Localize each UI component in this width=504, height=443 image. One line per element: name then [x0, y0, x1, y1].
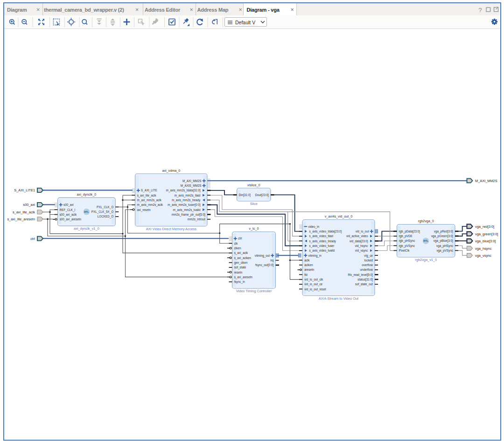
- svg-text:aresetn: aresetn: [304, 268, 315, 271]
- svg-text:M_AXI_MM2S: M_AXI_MM2S: [475, 179, 497, 183]
- svg-text:mm2s_introut: mm2s_introut: [188, 218, 205, 221]
- svg-text:s_axi_aresetn: s_axi_aresetn: [234, 275, 253, 279]
- svg-text:video_in: video_in: [308, 225, 320, 229]
- svg-text:mm2s_frame_ptr_out[5:0]: mm2s_frame_ptr_out[5:0]: [172, 213, 205, 217]
- svg-text:clk: clk: [234, 242, 238, 245]
- svg-text:m_axis_mm2s_tuser[0:0]: m_axis_mm2s_tuser[0:0]: [168, 203, 201, 207]
- svg-text:m_axis_mm2s_tvalid: m_axis_mm2s_tvalid: [173, 208, 201, 212]
- svg-text:sof_state: sof_state: [234, 266, 246, 269]
- svg-text:rgb_pVSync: rgb_pVSync: [399, 244, 415, 248]
- svg-text:m_axis_mm2s_tlast: m_axis_mm2s_tlast: [175, 194, 201, 197]
- svg-text:vga_pBlue[3:0]: vga_pBlue[3:0]: [434, 239, 453, 243]
- svg-text:gen_clken: gen_clken: [234, 261, 248, 265]
- svg-text:Video Timing Controller: Video Timing Controller: [236, 289, 272, 293]
- svg-text:vga_blue[3:0]: vga_blue[3:0]: [475, 239, 496, 243]
- svg-text:s00_axi_aclk: s00_axi_aclk: [60, 213, 77, 217]
- svg-text:vga_green[3:0]: vga_green[3:0]: [475, 232, 498, 236]
- svg-text:s00_axi_aresetn: s00_axi_aresetn: [60, 218, 82, 221]
- svg-text:vga_pGreen[3:0]: vga_pGreen[3:0]: [431, 234, 453, 238]
- svg-text:axi_dynclk_0: axi_dynclk_0: [77, 192, 97, 197]
- svg-text:rgb_pHSync: rgb_pHSync: [399, 239, 415, 243]
- svg-text:ctrl: ctrl: [238, 237, 242, 240]
- svg-text:?: ?: [478, 7, 482, 14]
- svg-text:vid_vsync: vid_vsync: [355, 249, 368, 253]
- svg-text:s_axis_video_tlast: s_axis_video_tlast: [309, 234, 334, 238]
- svg-text:vid_io_out_ce: vid_io_out_ce: [304, 282, 322, 286]
- svg-text:s_axis_video_tuser: s_axis_video_tuser: [309, 244, 335, 248]
- svg-text:vtiming_out: vtiming_out: [255, 254, 270, 258]
- svg-text:rgb2vga_0: rgb2vga_0: [418, 219, 434, 223]
- svg-text:LOCKED_O: LOCKED_O: [98, 215, 113, 218]
- svg-text:clken: clken: [234, 246, 241, 250]
- svg-text:vtg_ce: vtg_ce: [364, 254, 373, 258]
- svg-text:s_axis_video_tdata[23:0]: s_axis_video_tdata[23:0]: [309, 230, 342, 233]
- svg-text:s_axi_lite_aclk: s_axi_lite_aclk: [137, 194, 157, 197]
- svg-text:M_AXIS_MM2S: M_AXIS_MM2S: [181, 184, 202, 188]
- svg-text:vid_hsync: vid_hsync: [355, 244, 368, 248]
- svg-text:s00_axi: s00_axi: [23, 203, 35, 207]
- svg-text:status[31:0]: status[31:0]: [357, 278, 373, 281]
- svg-text:s_axis_video_tvalid: s_axis_video_tvalid: [309, 249, 335, 253]
- svg-text:vid_io_out_clk: vid_io_out_clk: [304, 278, 323, 281]
- svg-text:aclken: aclken: [304, 263, 313, 267]
- svg-text:vga_pHSync: vga_pHSync: [436, 244, 453, 248]
- svg-text:fifo_read_level[5:0]: fifo_read_level[5:0]: [348, 273, 373, 277]
- svg-text:m_axis_mm2s_tready: m_axis_mm2s_tready: [172, 198, 201, 202]
- svg-text:axi_vdma_0: axi_vdma_0: [162, 169, 180, 173]
- svg-text:AXI4-Stream to Video Out: AXI4-Stream to Video Out: [319, 296, 358, 301]
- svg-text:S_AXI_LITE1: S_AXI_LITE1: [14, 188, 35, 192]
- svg-text:resetn: resetn: [234, 271, 243, 274]
- svg-text:PXL_CLK_O: PXL_CLK_O: [97, 205, 113, 209]
- svg-text:locked: locked: [364, 259, 373, 262]
- svg-text:fsync_in: fsync_in: [234, 280, 245, 284]
- svg-text:rgb_pData[23:0]: rgb_pData[23:0]: [399, 230, 420, 233]
- svg-text:s_axi_aclken: s_axi_aclken: [234, 256, 252, 260]
- svg-text:rgb_pVDE: rgb_pVDE: [399, 234, 413, 238]
- svg-text:vid_data[23:0]: vid_data[23:0]: [350, 239, 368, 243]
- svg-text:vga_hsync: vga_hsync: [475, 246, 492, 251]
- svg-text:axi_resetn: axi_resetn: [137, 208, 151, 212]
- svg-text:vid_io_out_reset: vid_io_out_reset: [304, 288, 326, 291]
- svg-text:REF_CLK_I: REF_CLK_I: [60, 208, 76, 212]
- svg-text:m_axis_mm2s_aclk: m_axis_mm2s_aclk: [137, 203, 163, 207]
- svg-text:s_axi_lite_aresetn: s_axi_lite_aresetn: [7, 217, 35, 221]
- svg-text:s00_axi: s00_axi: [63, 203, 74, 207]
- svg-text:m_axi_mm2s_aclk: m_axi_mm2s_aclk: [137, 198, 162, 202]
- svg-text:PixelClk: PixelClk: [399, 249, 410, 252]
- svg-text:xlslice_0: xlslice_0: [247, 183, 260, 187]
- svg-text:Slice: Slice: [250, 202, 258, 206]
- svg-text:aclk: aclk: [304, 259, 310, 262]
- svg-text:underflow: underflow: [360, 268, 373, 271]
- svg-text:vid_io_out: vid_io_out: [356, 230, 369, 233]
- svg-text:PXL_CLK_5X_O: PXL_CLK_5X_O: [91, 210, 113, 214]
- svg-text:axi_dynclk_v1_0: axi_dynclk_v1_0: [74, 226, 99, 231]
- svg-text:vga_pVSync: vga_pVSync: [436, 249, 453, 253]
- svg-text:s_axi_lite_aclk: s_axi_lite_aclk: [13, 210, 35, 214]
- svg-text:Din[31:0]: Din[31:0]: [239, 193, 251, 197]
- svg-text:v_tc_0: v_tc_0: [249, 226, 259, 231]
- svg-text:rgb2vga_v1_0: rgb2vga_v1_0: [415, 258, 437, 262]
- svg-text:AXI Video Direct Memory Access: AXI Video Direct Memory Access: [146, 227, 197, 231]
- svg-text:fid: fid: [304, 273, 308, 276]
- svg-text:M_AXI_MM2S: M_AXI_MM2S: [182, 179, 202, 183]
- svg-text:s_axi_aclk: s_axi_aclk: [234, 251, 248, 255]
- svg-text:RTL: RTL: [423, 239, 428, 242]
- svg-text:overflow: overflow: [362, 263, 373, 267]
- svg-text:Dout[23:0]: Dout[23:0]: [255, 193, 269, 197]
- svg-text:vtiming_in: vtiming_in: [308, 254, 322, 258]
- svg-text:irq: irq: [270, 259, 273, 262]
- svg-text:vid_active_video: vid_active_video: [346, 234, 368, 238]
- svg-text:v_axi4s_vid_out_0: v_axi4s_vid_out_0: [325, 214, 353, 218]
- svg-text:ctrl: ctrl: [30, 237, 35, 241]
- svg-text:S_AXI_LITE: S_AXI_LITE: [141, 189, 157, 192]
- svg-text:vga_pRed[3:0]: vga_pRed[3:0]: [434, 230, 453, 233]
- svg-text:fsync_out[0:0]: fsync_out[0:0]: [255, 263, 273, 267]
- svg-text:m_axis_mm2s_tdata[31:0]: m_axis_mm2s_tdata[31:0]: [166, 189, 201, 192]
- svg-text:vga_red[3:0]: vga_red[3:0]: [475, 225, 494, 229]
- svg-text:sof_state_out: sof_state_out: [355, 282, 373, 286]
- svg-text:s_axis_video_tready: s_axis_video_tready: [309, 239, 336, 243]
- svg-text:vga_vsync: vga_vsync: [475, 253, 491, 258]
- svg-text:RTL: RTL: [84, 211, 89, 213]
